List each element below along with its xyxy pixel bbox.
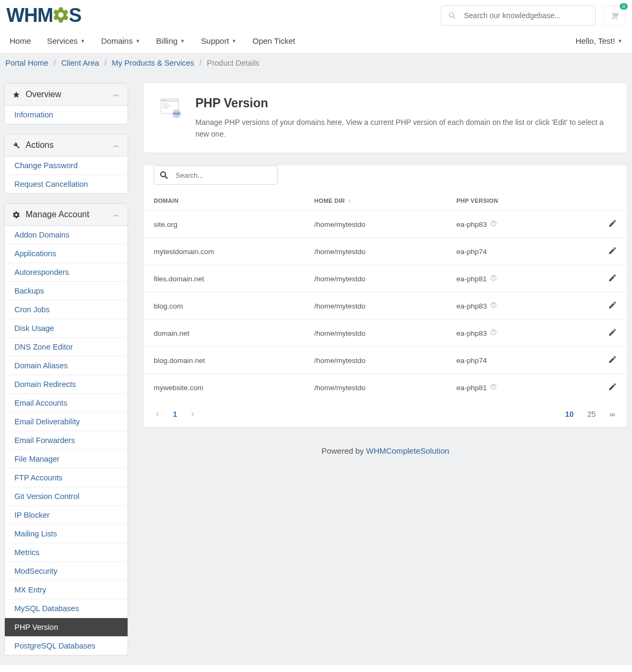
help-icon[interactable] [490, 302, 497, 309]
sidebar-item-git-version-control[interactable]: Git Version Control [5, 487, 128, 505]
page-title: PHP Version [195, 96, 612, 110]
logo[interactable]: WHM S [6, 4, 81, 27]
nav-open-ticket[interactable]: Open Ticket [252, 29, 295, 53]
php-page-icon: PHP [159, 96, 183, 120]
footer-link[interactable]: WHMCompleteSolution [366, 446, 449, 455]
sidebar-item-file-manager[interactable]: File Manager [5, 449, 128, 468]
sidebar-item-mysql-databases[interactable]: MySQL Databases [5, 599, 128, 618]
star-icon [12, 91, 20, 99]
php-versions-table: DOMAINHOME DIR↑PHP VERSION site.org/home… [144, 190, 627, 401]
edit-button[interactable] [608, 219, 617, 228]
sidebar-item-metrics[interactable]: Metrics [5, 543, 128, 562]
page-current[interactable]: 1 [173, 410, 177, 418]
nav-services[interactable]: Services▼ [47, 29, 85, 53]
cell-domain: blog.domain.net [144, 347, 305, 374]
cell-phpversion: ea-php83 [447, 211, 570, 238]
sidebar-item-ftp-accounts[interactable]: FTP Accounts [5, 468, 128, 487]
col-php-version[interactable]: PHP VERSION [447, 190, 570, 211]
cart-button[interactable]: 0 [603, 5, 626, 26]
sidebar-item-domain-redirects[interactable]: Domain Redirects [5, 375, 128, 393]
edit-button[interactable] [608, 355, 617, 364]
sidebar-item-change-password[interactable]: Change Password [5, 156, 128, 175]
svg-point-15 [493, 279, 494, 280]
help-icon[interactable] [490, 220, 497, 227]
nav-domains[interactable]: Domains▼ [101, 29, 140, 53]
manage-panel-head[interactable]: Manage Account ︿ [5, 204, 128, 226]
chevron-down-icon: ▼ [618, 38, 622, 44]
breadcrumb-link[interactable]: Portal Home [5, 59, 49, 67]
cell-domain: blog.com [144, 292, 305, 320]
sidebar-item-postgresql-databases[interactable]: PostgreSQL Databases [5, 636, 128, 655]
greeting-text: Hello, Test! [575, 36, 615, 45]
chevron-up-icon: ︿ [113, 140, 120, 150]
sidebar-item-dns-zone-editor[interactable]: DNS Zone Editor [5, 337, 128, 356]
help-icon[interactable] [490, 274, 497, 281]
sidebar-item-autoresponders[interactable]: Autoresponders [5, 263, 128, 281]
sidebar-item-applications[interactable]: Applications [5, 244, 128, 263]
edit-button[interactable] [608, 273, 617, 282]
search-icon [159, 170, 169, 180]
sidebar-item-mx-entry[interactable]: MX Entry [5, 580, 128, 599]
cell-homedir: /home/mytestdo [305, 238, 447, 265]
help-icon[interactable] [490, 329, 497, 336]
sidebar-item-email-accounts[interactable]: Email Accounts [5, 393, 128, 412]
sidebar-item-backups[interactable]: Backups [5, 281, 128, 300]
col-domain[interactable]: DOMAIN [144, 190, 305, 211]
page-size-∞[interactable]: ∞ [610, 410, 615, 418]
manage-panel: Manage Account ︿ Addon DomainsApplicatio… [4, 203, 128, 655]
kb-search-input[interactable] [441, 5, 596, 26]
table-row: mywebsite.com/home/mytestdoea-php81 [144, 374, 627, 401]
page-prev-button[interactable]: ‹ [156, 408, 159, 420]
breadcrumb-sep: / [200, 59, 202, 67]
greeting-dropdown[interactable]: Hello, Test! ▼ [575, 36, 622, 45]
cart-badge: 0 [620, 3, 628, 10]
cell-homedir: /home/mytestdo [305, 320, 447, 347]
help-icon[interactable] [490, 383, 497, 390]
svg-rect-7 [163, 107, 168, 108]
sidebar-item-disk-usage[interactable]: Disk Usage [5, 319, 128, 337]
sidebar-item-email-forwarders[interactable]: Email Forwarders [5, 431, 128, 449]
sidebar-item-information[interactable]: Information [5, 106, 128, 124]
chevron-up-icon: ︿ [113, 210, 120, 219]
nav-home[interactable]: Home [10, 29, 31, 53]
breadcrumb-link[interactable]: My Products & Services [112, 59, 194, 67]
sidebar-item-addon-domains[interactable]: Addon Domains [5, 226, 128, 244]
cell-phpversion: ea-php83 [447, 292, 570, 320]
main-nav: HomeServices▼Domains▼Billing▼Support▼Ope… [10, 29, 295, 53]
edit-button[interactable] [608, 328, 617, 337]
search-icon [448, 12, 456, 19]
page-size-25[interactable]: 25 [587, 410, 596, 418]
edit-button[interactable] [608, 301, 617, 310]
sidebar-item-request-cancellation[interactable]: Request Cancellation [5, 175, 128, 193]
chevron-down-icon: ▼ [232, 38, 236, 44]
sidebar-item-cron-jobs[interactable]: Cron Jobs [5, 300, 128, 319]
panel-title: Actions [26, 140, 53, 150]
nav-billing[interactable]: Billing▼ [156, 29, 185, 53]
svg-point-2 [162, 100, 163, 101]
kb-search [441, 5, 596, 26]
sidebar-item-ip-blocker[interactable]: IP Blocker [5, 505, 128, 524]
gear-icon [12, 211, 20, 219]
nav-support[interactable]: Support▼ [201, 29, 236, 53]
page-next-button[interactable]: › [191, 408, 194, 420]
sidebar-item-mailing-lists[interactable]: Mailing Lists [5, 524, 128, 543]
edit-button[interactable] [608, 246, 617, 255]
sidebar-item-domain-aliases[interactable]: Domain Aliases [5, 356, 128, 375]
sidebar-item-email-deliverability[interactable]: Email Deliverability [5, 412, 128, 431]
breadcrumb-link[interactable]: Client Area [61, 59, 99, 67]
page-size-10[interactable]: 10 [565, 410, 574, 418]
overview-panel-head[interactable]: Overview ︿ [5, 84, 128, 106]
table-row: site.org/home/mytestdoea-php83 [144, 211, 627, 238]
sort-asc-icon: ↑ [348, 197, 351, 204]
table-search-input[interactable] [154, 165, 278, 185]
actions-panel-head[interactable]: Actions ︿ [5, 135, 128, 156]
chevron-up-icon: ︿ [113, 90, 120, 99]
cell-homedir: /home/mytestdo [305, 347, 447, 374]
table-row: blog.com/home/mytestdoea-php83 [144, 292, 627, 320]
cell-phpversion: ea-php81 [447, 374, 570, 401]
cell-domain: mywebsite.com [144, 374, 305, 401]
edit-button[interactable] [608, 382, 617, 391]
sidebar-item-modsecurity[interactable]: ModSecurity [5, 562, 128, 580]
col-home-dir[interactable]: HOME DIR↑ [305, 190, 447, 211]
sidebar-item-php-version[interactable]: PHP Version [5, 618, 128, 636]
